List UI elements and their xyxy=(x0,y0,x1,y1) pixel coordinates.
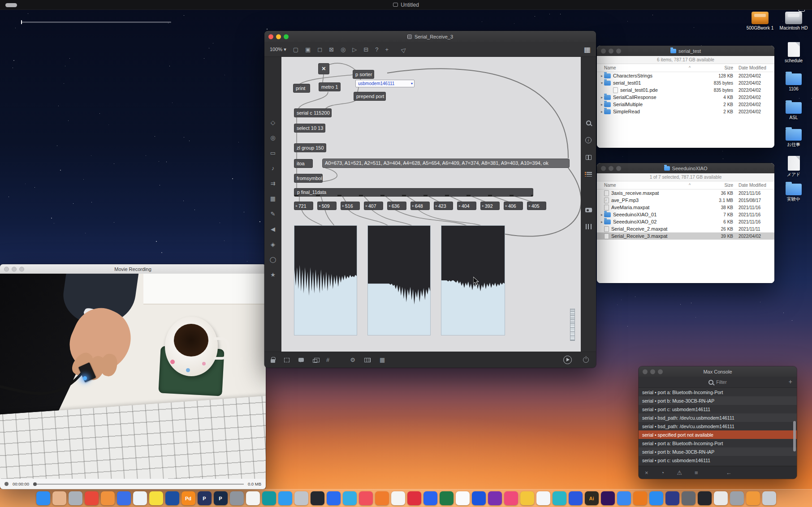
window-controls[interactable] xyxy=(4,266,24,271)
console-line[interactable]: serial • bsd_path: /dev/cu.usbmodem14611… xyxy=(639,422,797,430)
dock-app-icon[interactable] xyxy=(359,491,373,505)
file-row[interactable]: Serial_Receive_3.maxpat 39 KB 2022/04/02 xyxy=(597,232,774,240)
column-headers[interactable]: Name ^ Size Date Modified xyxy=(597,181,774,189)
number-box[interactable]: ▸509 xyxy=(318,202,336,210)
dock-app-icon[interactable] xyxy=(85,491,99,505)
file-row[interactable]: ▾ serial_test01 835 bytes 2022/04/02 xyxy=(597,79,774,86)
dock-app-icon[interactable] xyxy=(682,491,695,505)
grid-icon[interactable]: ▦ xyxy=(584,45,591,54)
multislider-scope-3[interactable] xyxy=(441,226,505,335)
zl-group-object[interactable]: zl group 150 xyxy=(294,144,326,152)
dock-app-icon[interactable] xyxy=(149,491,163,505)
reference-icon[interactable] xyxy=(586,155,592,160)
minimize-button[interactable] xyxy=(650,369,655,374)
help-icon[interactable]: ? xyxy=(375,47,378,52)
recording-track[interactable] xyxy=(33,484,244,485)
console-titlebar[interactable]: Max Console xyxy=(639,366,797,377)
console-line[interactable]: serial • specified port not available xyxy=(639,430,797,439)
file-row[interactable]: 3axis_receive.maxpat 36 KB 2021/11/16 xyxy=(597,189,774,197)
dock-app-icon[interactable] xyxy=(246,491,260,505)
file-row[interactable]: ave_PF.mp3 3.1 MB 2015/08/17 xyxy=(597,197,774,204)
jitter-icon[interactable]: ◈ xyxy=(271,241,275,247)
dial-icon[interactable]: ◎ xyxy=(270,135,275,141)
print-object[interactable]: print xyxy=(294,84,310,92)
new-panel-icon[interactable]: ⊟ xyxy=(363,47,368,52)
disclosure-triangle-icon[interactable]: ▸ xyxy=(600,213,604,217)
dock-app-icon[interactable] xyxy=(230,491,244,505)
desktop-icon-oshigoto[interactable]: お仕事 xyxy=(777,129,810,147)
dock-app-icon[interactable] xyxy=(440,491,454,505)
desktop-icon-macintosh-hd[interactable]: Macintosh HD xyxy=(777,12,810,31)
dock-app-icon[interactable] xyxy=(698,491,712,505)
dock-app-icon[interactable] xyxy=(36,491,50,505)
dock-app-icon[interactable] xyxy=(327,491,341,505)
titlebar-traffic-area[interactable] xyxy=(5,3,17,7)
zoom-level-menu[interactable]: 100% ▾ xyxy=(270,47,286,52)
piano-icon[interactable] xyxy=(364,358,371,362)
column-headers[interactable]: Name ^ Size Date Modified xyxy=(597,64,774,72)
itoa-object[interactable]: itoa xyxy=(294,159,312,168)
tools-gear-icon[interactable]: ⚙ xyxy=(350,357,355,363)
zoom-button[interactable] xyxy=(616,48,621,53)
disclosure-triangle-icon[interactable]: ▾ xyxy=(600,81,604,85)
window-controls[interactable] xyxy=(643,369,663,374)
close-button[interactable] xyxy=(643,369,648,374)
sensor-message-box[interactable]: A0=673, A1=521, A2=511, A3=404, A4=628, … xyxy=(323,159,569,168)
file-row[interactable]: ▸ SeeeduinoXIAO_01 7 KB 2021/11/16 xyxy=(597,211,774,218)
new-toggle-icon[interactable]: ⊠ xyxy=(329,47,334,52)
serial-object[interactable]: serial c 115200 xyxy=(294,109,331,117)
number-box[interactable]: ▸516 xyxy=(341,202,359,210)
number-box[interactable]: ▸405 xyxy=(527,202,546,210)
new-object-icon[interactable]: ▢ xyxy=(293,47,298,52)
list-icon[interactable]: ≡ xyxy=(695,469,698,476)
minimize-button[interactable] xyxy=(276,34,281,39)
grid-hash-icon[interactable]: # xyxy=(326,357,329,363)
number-box[interactable]: ▸721 xyxy=(294,202,313,210)
close-button[interactable] xyxy=(601,166,606,171)
number-box[interactable]: ▸404 xyxy=(458,202,476,210)
dock-app-icon[interactable] xyxy=(746,491,760,505)
zoom-button[interactable] xyxy=(19,266,24,271)
new-comment-icon[interactable]: ◻ xyxy=(317,47,322,52)
number-box[interactable]: ▸392 xyxy=(481,202,499,210)
zoom-button[interactable] xyxy=(658,369,663,374)
console-line[interactable]: serial • port b: Muse-30CB-RN-iAP xyxy=(639,396,797,405)
patcher-canvas[interactable]: × print metro 1 p sorter usbmodem146111▾… xyxy=(281,57,581,352)
dock-app-icon[interactable] xyxy=(294,491,308,505)
dock-app-icon[interactable]: P xyxy=(214,491,228,505)
window-controls[interactable] xyxy=(601,48,621,53)
picture-icon[interactable]: ▦ xyxy=(270,196,276,202)
window-controls[interactable] xyxy=(268,34,289,39)
close-button[interactable] xyxy=(268,34,273,39)
dock-app-icon[interactable] xyxy=(456,491,470,505)
dock-app-icon[interactable] xyxy=(714,491,728,505)
select-icon[interactable] xyxy=(284,358,289,362)
minimize-button[interactable] xyxy=(609,48,613,53)
dock-app-icon[interactable] xyxy=(311,491,324,505)
file-row[interactable]: Serial_Receive_2.maxpat 26 KB 2021/11/11 xyxy=(597,225,774,232)
favorites-icon[interactable]: ★ xyxy=(270,272,276,278)
finder-titlebar[interactable]: serial_test xyxy=(597,46,774,56)
file-row[interactable]: ▸ CharactersStrings 128 KB 2022/04/02 xyxy=(597,72,774,79)
new-button-icon[interactable]: ◎ xyxy=(341,47,346,52)
window-controls[interactable] xyxy=(601,166,621,171)
disclosure-triangle-icon[interactable]: ▸ xyxy=(600,103,604,107)
back-arrow-icon[interactable]: ← xyxy=(726,469,732,476)
movie-titlebar[interactable]: Movie Recording xyxy=(0,264,266,274)
mixer-icon[interactable] xyxy=(586,224,592,229)
search-icon[interactable] xyxy=(586,120,591,125)
panel-icon[interactable]: ▭ xyxy=(270,150,276,156)
prepend-object[interactable]: prepend port xyxy=(354,92,385,100)
file-row[interactable]: ▸ SeeeduinoXIAO_02 6 KB 2021/11/16 xyxy=(597,218,774,225)
console-line[interactable]: serial • port c: usbmodem146111 xyxy=(639,405,797,413)
file-row[interactable]: ▸ SerialMultiple 2 KB 2022/04/02 xyxy=(597,101,774,108)
dock-app-icon[interactable] xyxy=(617,491,631,505)
dock-app-icon[interactable] xyxy=(569,491,583,505)
close-button[interactable] xyxy=(4,266,9,271)
desktop-icon-meado[interactable]: メアド xyxy=(777,156,810,177)
dock-app-icon[interactable] xyxy=(391,491,405,505)
file-row[interactable]: serial_test01.pde 835 bytes 2022/04/02 xyxy=(597,86,774,94)
dock-app-icon[interactable] xyxy=(262,491,276,505)
column-size[interactable]: Size xyxy=(704,183,733,188)
console-scrollbar[interactable] xyxy=(793,421,796,451)
